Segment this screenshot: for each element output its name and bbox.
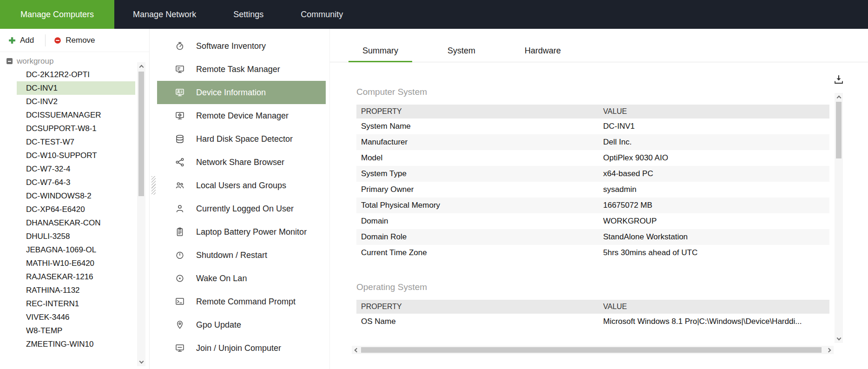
- tab-system[interactable]: System: [434, 41, 489, 62]
- tree-item-dc-inv2[interactable]: DC-INV2: [17, 95, 135, 108]
- tree-item-dc-w10-support[interactable]: DC-W10-SUPPORT: [17, 149, 135, 162]
- tree-item-dcissuemanager[interactable]: DCISSUEMANAGER: [17, 108, 135, 122]
- value-cell: 16675072 MB: [598, 198, 829, 213]
- tree-item-w8-temp[interactable]: W8-TEMP: [17, 324, 135, 337]
- table-row[interactable]: System Typex64-based PC: [356, 166, 829, 182]
- tool-item-shutdown-restart[interactable]: Shutdown / Restart: [157, 244, 326, 267]
- property-cell: Domain: [356, 213, 598, 229]
- value-cell: x64-based PC: [598, 166, 829, 182]
- operating-system-table: PROPERTYVALUEOS NameMicrosoft Windows 8.…: [356, 300, 829, 329]
- tab-summary[interactable]: Summary: [349, 41, 412, 62]
- tool-item-hard-disk-space-detector[interactable]: Hard Disk Space Detector: [157, 127, 326, 151]
- add-computer-button[interactable]: Add: [8, 36, 34, 45]
- detail-horizontal-scroll-thumb[interactable]: [361, 347, 822, 353]
- tool-item-laptop-battery-power-monitor[interactable]: Laptop Battery Power Monitor: [157, 220, 326, 244]
- download-icon: [833, 80, 845, 87]
- remote-task-manager-icon: [175, 64, 185, 74]
- tree-item-jebagna-1069-ol[interactable]: JEBAGNA-1069-OL: [17, 243, 135, 257]
- tool-item-label: Device Information: [196, 88, 266, 98]
- users-group-icon: [175, 180, 185, 191]
- property-cell: Current Time Zone: [356, 245, 598, 261]
- tree-scroll-up-button[interactable]: [137, 62, 145, 71]
- tool-item-network-share-browser[interactable]: Network Share Browser: [157, 151, 326, 174]
- table-row[interactable]: System NameDC-INV1: [356, 119, 829, 134]
- tree-item-dhanasekar-con[interactable]: DHANASEKAR-CON: [17, 216, 135, 230]
- detail-sections: Computer SystemPROPERTYVALUESystem NameD…: [356, 87, 829, 329]
- remove-computer-button[interactable]: Remove: [54, 36, 95, 45]
- value-cell: OptiPlex 9030 AIO: [598, 150, 829, 166]
- nav-tab-settings[interactable]: Settings: [215, 0, 282, 29]
- table-row[interactable]: Domain RoleStandAlone Workstation: [356, 229, 829, 245]
- detail-scroll-up-button[interactable]: [835, 93, 843, 101]
- splitter-grip[interactable]: [151, 176, 156, 195]
- detail-vertical-scroll-thumb[interactable]: [836, 102, 842, 158]
- tree-item-mathi-w10-e6420[interactable]: MATHI-W10-E6420: [17, 257, 135, 270]
- table-row[interactable]: ManufacturerDell Inc.: [356, 134, 829, 150]
- tree-item-dhuli-3258[interactable]: DHULI-3258: [17, 230, 135, 243]
- tree-item-dc-2k12r2-opti[interactable]: DC-2K12R2-OPTI: [17, 68, 135, 81]
- tool-item-remote-device-manager[interactable]: Remote Device Manager: [157, 104, 326, 127]
- export-report-button[interactable]: [833, 73, 845, 86]
- section-title: Operating System: [356, 282, 829, 292]
- tool-item-device-information[interactable]: Device Information: [157, 81, 326, 104]
- remove-icon: [54, 37, 61, 44]
- app-window: Manage ComputersManage NetworkSettingsCo…: [0, 0, 868, 369]
- tree-item-rajasekar-1216[interactable]: RAJASEKAR-1216: [17, 270, 135, 283]
- detail-vertical-scrollbar[interactable]: [835, 93, 843, 343]
- nav-tab-manage-network[interactable]: Manage Network: [114, 0, 215, 29]
- table-row[interactable]: Current Time Zone5hrs 30mins ahead of UT…: [356, 245, 829, 261]
- tool-item-label: Remote Device Manager: [196, 111, 289, 121]
- table-row[interactable]: Primary Ownersysadmin: [356, 182, 829, 198]
- tool-item-currently-logged-on-user[interactable]: Currently Logged On User: [157, 197, 326, 220]
- value-cell: Dell Inc.: [598, 134, 829, 150]
- table-row[interactable]: DomainWORKGROUP: [356, 213, 829, 229]
- tab-hardware[interactable]: Hardware: [511, 41, 575, 62]
- column-header-property: PROPERTY: [356, 105, 598, 119]
- table-row[interactable]: Total Physical Memory16675072 MB: [356, 198, 829, 213]
- tree-item-dc-test-w7[interactable]: DC-TEST-W7: [17, 135, 135, 149]
- tree-scroll-down-button[interactable]: [137, 358, 145, 366]
- table-header-row: PROPERTYVALUE: [356, 300, 829, 314]
- tool-item-software-inventory[interactable]: Software Inventory: [157, 34, 326, 58]
- detail-scroll-left-button[interactable]: [352, 346, 360, 354]
- collapse-icon[interactable]: [7, 58, 13, 64]
- tool-item-label: Gpo Update: [196, 320, 241, 330]
- tree-root-label: workgroup: [17, 57, 53, 66]
- tree-item-dcsupport-w8-1[interactable]: DCSUPPORT-W8-1: [17, 122, 135, 135]
- tool-item-wake-on-lan[interactable]: Wake On Lan: [157, 267, 326, 290]
- nav-tab-manage-computers[interactable]: Manage Computers: [0, 0, 114, 29]
- command-prompt-icon: [175, 297, 185, 307]
- table-row[interactable]: ModelOptiPlex 9030 AIO: [356, 150, 829, 166]
- detail-scroll-down-button[interactable]: [835, 335, 843, 343]
- tool-item-remote-task-manager[interactable]: Remote Task Manager: [157, 58, 326, 81]
- tree-root-workgroup[interactable]: workgroup: [0, 54, 135, 68]
- tree-item-rec-intern1[interactable]: REC-INTERN1: [17, 297, 135, 310]
- tree-item-zmeeting-win10[interactable]: ZMEETING-WIN10: [17, 337, 135, 351]
- tree-item-rathina-1132[interactable]: RATHINA-1132: [17, 283, 135, 297]
- tool-item-join-unjoin-computer[interactable]: Join / Unjoin Computer: [157, 336, 326, 360]
- property-cell: Model: [356, 150, 598, 166]
- tree-item-dc-windows8-2[interactable]: DC-WINDOWS8-2: [17, 189, 135, 203]
- tree-item-dc-w7-32-4[interactable]: DC-W7-32-4: [17, 162, 135, 176]
- chevron-up-icon: [836, 96, 841, 100]
- detail-scroll-right-button[interactable]: [825, 346, 834, 354]
- tree-item-dc-w7-64-3[interactable]: DC-W7-64-3: [17, 176, 135, 189]
- detail-horizontal-scrollbar[interactable]: [352, 346, 834, 354]
- add-icon: [8, 37, 16, 44]
- tree-scrollbar[interactable]: [137, 62, 145, 366]
- section-computer-system: Computer SystemPROPERTYVALUESystem NameD…: [356, 87, 829, 261]
- tool-item-label: Currently Logged On User: [196, 204, 294, 214]
- panel-splitter[interactable]: [150, 29, 157, 369]
- tool-item-local-users-and-groups[interactable]: Local Users and Groups: [157, 174, 326, 197]
- tree-scroll-thumb[interactable]: [138, 72, 144, 196]
- nav-tab-community[interactable]: Community: [282, 0, 362, 29]
- tree-item-dc-xp64-e6420[interactable]: DC-XP64-E6420: [17, 203, 135, 216]
- battery-monitor-icon: [175, 227, 185, 237]
- tree-item-vivek-3446[interactable]: VIVEK-3446: [17, 310, 135, 324]
- computers-panel: Add Remove workgroup DC-2K12R2-OPTIDC-IN…: [0, 29, 150, 369]
- tree-item-dc-inv1[interactable]: DC-INV1: [17, 81, 135, 95]
- tool-item-remote-command-prompt[interactable]: Remote Command Prompt: [157, 290, 326, 313]
- table-row[interactable]: OS NameMicrosoft Windows 8.1 Pro|C:\Wind…: [356, 314, 829, 329]
- tool-item-gpo-update[interactable]: Gpo Update: [157, 313, 326, 336]
- wake-on-lan-icon: [175, 273, 185, 283]
